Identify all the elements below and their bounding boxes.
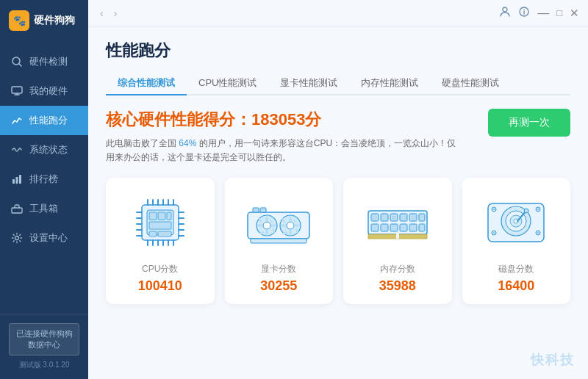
retest-button[interactable]: 再测一次 — [488, 109, 570, 137]
svg-rect-64 — [419, 224, 425, 231]
gpu-illustration — [242, 190, 315, 256]
tab-memory[interactable]: 内存性能测试 — [349, 72, 430, 95]
memory-illustration — [361, 190, 434, 256]
memory-card-score: 35988 — [379, 278, 416, 294]
app-logo: 🐾 硬件狗狗 — [0, 0, 88, 41]
memory-card-label: 内存分数 — [380, 263, 415, 275]
cpu-illustration — [123, 190, 197, 256]
tab-disk[interactable]: 硬盘性能测试 — [430, 72, 511, 95]
svg-rect-56 — [400, 214, 407, 221]
sidebar-item-label: 排行榜 — [29, 173, 58, 186]
sidebar-item-system-status[interactable]: 系统状态 — [0, 135, 88, 165]
version-text: 测试版 3.0.1.20 — [9, 360, 79, 370]
svg-rect-59 — [371, 224, 379, 231]
svg-rect-50 — [253, 208, 259, 212]
forward-arrow[interactable]: › — [111, 6, 121, 21]
score-percent: 64% — [179, 138, 196, 148]
toolbox-icon — [10, 202, 24, 215]
score-headline: 核心硬件性能得分：183053分 — [106, 109, 459, 131]
sidebar-item-hardware-check[interactable]: 硬件检测 — [0, 47, 88, 76]
tabs-bar: 综合性能测试 CPU性能测试 显卡性能测试 内存性能测试 硬盘性能测试 — [106, 72, 570, 95]
hardware-check-icon — [10, 55, 24, 68]
memory-card: 内存分数 35988 — [343, 178, 452, 304]
cpu-card: CPU分数 100410 — [106, 178, 215, 304]
nav-arrows: ‹ › — [97, 6, 120, 21]
svg-rect-39 — [158, 212, 165, 220]
svg-rect-60 — [381, 224, 388, 231]
ranking-icon — [10, 173, 24, 186]
svg-rect-57 — [409, 214, 417, 221]
svg-rect-41 — [149, 222, 171, 229]
gpu-card-label: 显卡分数 — [261, 263, 296, 275]
minimize-button[interactable]: — — [537, 7, 549, 19]
score-left: 核心硬件性能得分：183053分 此电脑击败了全国 64% 的用户，用一句诗来形… — [106, 109, 459, 165]
main-content: ‹ › — □ ✕ 性能跑分 — [88, 0, 588, 379]
svg-rect-55 — [390, 214, 398, 221]
svg-rect-54 — [381, 214, 388, 221]
svg-point-46 — [263, 222, 270, 229]
titlebar: ‹ › — □ ✕ — [88, 0, 588, 26]
svg-rect-8 — [12, 208, 22, 213]
svg-point-48 — [287, 222, 294, 229]
svg-point-73 — [524, 209, 528, 213]
svg-rect-5 — [12, 179, 15, 184]
disk-card-label: 磁盘分数 — [498, 263, 534, 275]
svg-rect-6 — [16, 177, 18, 184]
svg-rect-51 — [260, 208, 266, 212]
svg-rect-2 — [12, 87, 22, 93]
performance-icon — [10, 114, 24, 127]
svg-rect-53 — [371, 214, 379, 221]
my-hardware-icon — [10, 84, 24, 98]
sidebar-item-performance[interactable]: 性能跑分 — [0, 106, 88, 135]
tab-cpu[interactable]: CPU性能测试 — [187, 72, 268, 95]
page-title: 性能跑分 — [106, 40, 570, 62]
sidebar-item-label: 性能跑分 — [29, 114, 68, 127]
score-description: 此电脑击败了全国 64% 的用户，用一句诗来形容这台CPU：会当凌绝顶，一览众山… — [106, 137, 459, 165]
close-button[interactable]: ✕ — [570, 7, 579, 20]
sidebar-item-label: 系统状态 — [29, 143, 68, 156]
sidebar-footer: 已连接硬件狗狗数据中心 测试版 3.0.1.20 — [0, 314, 88, 379]
disk-card-score: 16400 — [498, 278, 534, 294]
svg-rect-58 — [419, 214, 425, 221]
score-section: 核心硬件性能得分：183053分 此电脑击败了全国 64% 的用户，用一句诗来形… — [106, 109, 570, 165]
svg-rect-62 — [400, 224, 407, 231]
cpu-card-label: CPU分数 — [142, 263, 178, 275]
svg-rect-42 — [149, 231, 157, 237]
svg-rect-66 — [396, 233, 399, 239]
settings-icon — [10, 231, 24, 245]
svg-rect-7 — [19, 175, 21, 184]
sidebar-item-ranking[interactable]: 排行榜 — [0, 165, 88, 194]
system-status-icon — [10, 143, 24, 156]
sidebar-item-label: 工具箱 — [29, 202, 58, 215]
cpu-card-score: 100410 — [138, 278, 182, 294]
sidebar-item-settings[interactable]: 设置中心 — [0, 223, 88, 253]
tab-all[interactable]: 综合性能测试 — [106, 72, 187, 95]
sidebar-item-toolbox[interactable]: 工具箱 — [0, 194, 88, 223]
svg-point-10 — [503, 7, 507, 12]
sidebar-item-my-hardware[interactable]: 我的硬件 — [0, 76, 88, 106]
svg-rect-38 — [149, 212, 157, 220]
logo-icon: 🐾 — [9, 10, 29, 31]
svg-point-13 — [523, 9, 524, 10]
sidebar-item-label: 设置中心 — [29, 231, 68, 245]
svg-rect-43 — [158, 231, 171, 237]
app-title: 硬件狗狗 — [34, 14, 75, 27]
tab-gpu[interactable]: 显卡性能测试 — [268, 72, 349, 95]
svg-rect-63 — [409, 224, 417, 231]
sidebar-nav: 硬件检测 我的硬件 性能跑分 — [0, 41, 88, 314]
info-icon[interactable] — [518, 6, 530, 20]
maximize-button[interactable]: □ — [556, 7, 562, 18]
connect-button[interactable]: 已连接硬件狗狗数据中心 — [9, 323, 79, 355]
svg-line-1 — [19, 64, 21, 66]
sidebar: 🐾 硬件狗狗 硬件检测 我的硬件 — [0, 0, 88, 379]
svg-rect-61 — [390, 224, 398, 231]
gpu-card: 显卡分数 30255 — [225, 178, 334, 304]
cards-grid: CPU分数 100410 — [106, 178, 570, 304]
score-desc-before: 此电脑击败了全国 — [106, 138, 179, 148]
user-icon[interactable] — [499, 6, 511, 20]
sidebar-item-label: 硬件检测 — [29, 55, 68, 68]
back-arrow[interactable]: ‹ — [97, 6, 107, 21]
titlebar-right: — □ ✕ — [499, 6, 579, 20]
svg-rect-49 — [251, 239, 306, 243]
svg-point-9 — [15, 237, 19, 240]
